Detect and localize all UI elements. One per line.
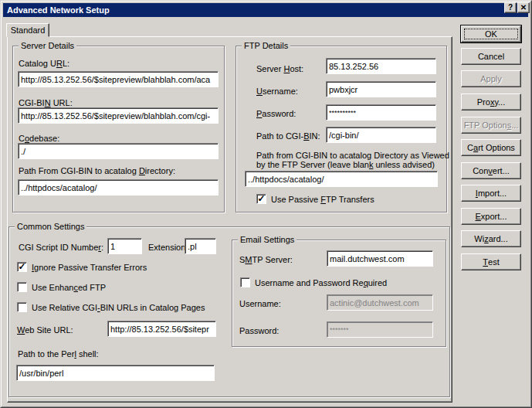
checkbox-box: ✓ [17,262,27,272]
checkbox-box [17,282,27,292]
email-password-label: Password: [239,326,279,335]
web-site-url-input[interactable] [107,321,216,337]
advanced-network-setup-dialog: Advanced Network Setup ? ✕ Standard Serv… [0,0,532,408]
extension-input[interactable] [185,238,216,254]
path-to-perl-label: Path to the Perl shell: [18,349,99,359]
username-password-required-checkbox[interactable]: Username and Password Required [240,277,387,287]
server-host-label: Server Host: [256,64,303,73]
use-passive-ftp-checkbox[interactable]: ✓ Use Passive FTP Transfers [256,194,374,204]
apply-button: Apply [461,70,521,87]
checkbox-box [17,302,27,312]
path-from-cgi-bin-label: Path From CGI-BIN to acatalog Directory: [19,166,175,175]
ftp-password-input[interactable] [326,104,436,121]
help-button[interactable]: ? [504,2,517,13]
checkmark-icon: ✓ [257,195,265,202]
close-button[interactable]: ✕ [517,2,530,13]
cgi-bin-url-input[interactable] [18,107,219,124]
import-button[interactable]: Import... [461,185,521,202]
catalog-url-input[interactable] [18,71,219,87]
window-title: Advanced Network Setup [7,5,110,15]
path-to-cgi-bin-label: Path to CGI-BIN: [256,131,320,141]
email-username-input [327,294,433,311]
test-button[interactable]: Test [461,253,521,270]
catalog-url-label: Catalog URL: [19,59,69,68]
question-icon: ? [508,3,513,12]
path-from-cgi-bin-input[interactable] [18,179,219,196]
server-host-input[interactable] [326,58,436,74]
server-details-group: Server Details Catalog URL: CGI-BIN URL:… [12,46,225,212]
cgi-script-id-input[interactable] [107,238,142,254]
email-settings-group: Email Settings SMTP Server: Username and… [232,240,446,347]
path-viewed-note-line1: Path from CGI-BIN to acatalog Directory … [256,151,449,160]
codebase-label: Codebase: [19,134,59,143]
ftp-details-group: FTP Details Server Host: Username: Passw… [236,46,447,212]
path-viewed-input[interactable] [245,171,438,187]
cancel-button[interactable]: Cancel [461,48,521,65]
path-viewed-note-line2: by the FTP Server (leave blank unless ad… [256,160,435,169]
server-details-group-title: Server Details [19,41,76,50]
smtp-server-label: SMTP Server: [239,255,293,264]
use-enhanced-ftp-label: Use Enhanced FTP [32,283,106,292]
ftp-username-label: Username: [256,87,298,96]
ignore-passive-errors-checkbox[interactable]: ✓ Ignore Passive Transfer Errors [17,262,147,272]
checkbox-box [240,277,250,287]
convert-button[interactable]: Convert... [461,162,521,179]
ftp-password-label: Password: [256,109,296,118]
ftp-username-input[interactable] [326,81,436,97]
path-to-cgi-bin-input[interactable] [326,127,436,143]
use-enhanced-ftp-checkbox[interactable]: Use Enhanced FTP [17,282,106,292]
checkmark-icon: ✓ [18,263,25,270]
email-settings-group-title: Email Settings [238,235,296,244]
cart-options-button[interactable]: Cart Options [461,139,521,156]
email-username-label: Username: [239,299,281,308]
email-password-input [327,321,433,338]
tab-label: Standard [11,26,46,35]
extension-label: Extension: [148,243,188,252]
ignore-passive-errors-label: Ignore Passive Transfer Errors [32,263,147,272]
common-settings-group: Common Settings CGI Script ID Number: Ex… [8,226,450,397]
close-icon: ✕ [520,3,527,12]
tab-standard[interactable]: Standard [6,23,49,37]
wizard-button[interactable]: Wizard... [461,230,521,247]
checkbox-box: ✓ [256,194,266,204]
path-to-perl-input[interactable] [16,365,215,381]
smtp-server-input[interactable] [327,250,433,267]
ftp-details-group-title: FTP Details [242,41,290,50]
use-passive-ftp-label: Use Passive FTP Transfers [271,195,374,204]
export-button[interactable]: Export... [461,208,521,225]
use-relative-cgi-bin-urls-label: Use Relative CGI-BIN URLs in Catalog Pag… [32,303,205,312]
cgi-script-id-label: CGI Script ID Number: [19,243,103,252]
cgi-bin-url-label: CGI-BIN URL: [19,98,73,107]
username-password-required-label: Username and Password Required [255,278,387,287]
codebase-input[interactable] [18,143,219,159]
ok-button[interactable]: OK [461,26,521,42]
use-relative-cgi-bin-urls-checkbox[interactable]: Use Relative CGI-BIN URLs in Catalog Pag… [17,302,205,312]
proxy-button[interactable]: Proxy... [461,94,521,110]
titlebar[interactable]: Advanced Network Setup [3,3,528,17]
common-settings-group-title: Common Settings [15,222,86,231]
ftp-options-button: FTP Options... [461,117,521,134]
web-site-url-label: Web Site URL: [17,325,73,335]
